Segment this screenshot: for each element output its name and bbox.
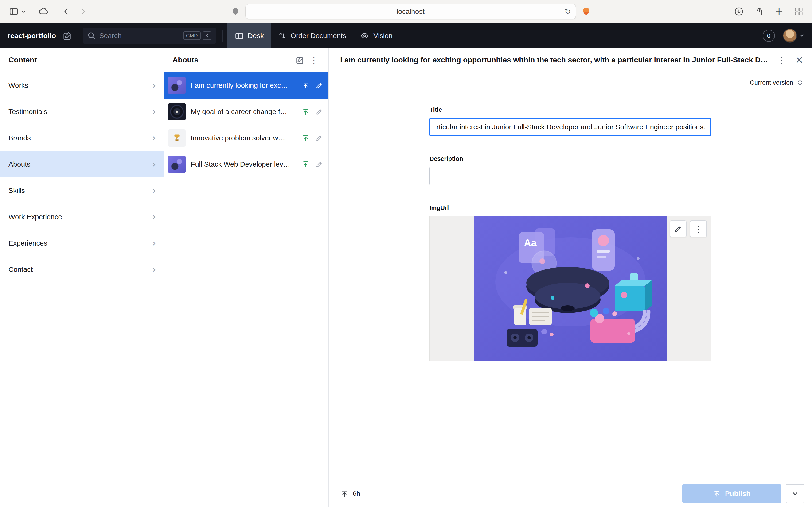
sidebar-item-works[interactable]: Works › bbox=[0, 72, 163, 99]
sort-arrows-icon bbox=[278, 32, 287, 40]
document-list-item[interactable]: My goal of a career change f… bbox=[164, 99, 328, 125]
document-list: I am currently looking for exc… My goal … bbox=[164, 72, 328, 177]
document-list-title: Abouts bbox=[172, 56, 198, 64]
new-document-button[interactable] bbox=[62, 31, 72, 40]
sidebar-menu-chevron-icon[interactable] bbox=[21, 9, 26, 14]
image-edit-button[interactable] bbox=[670, 220, 687, 237]
imgurl-image-text: Aa bbox=[524, 237, 537, 248]
document-thumbnail bbox=[168, 77, 186, 94]
field-title: Title bbox=[429, 106, 711, 136]
chevron-right-icon: › bbox=[152, 80, 156, 91]
editor-close-button[interactable]: × bbox=[791, 52, 807, 68]
publish-menu-button[interactable] bbox=[786, 484, 805, 503]
document-list-item[interactable]: Innovative problem solver w… bbox=[164, 125, 328, 151]
tab-order-documents-label: Order Documents bbox=[291, 32, 346, 40]
chevron-right-icon: › bbox=[152, 186, 156, 195]
search-shortcut: CMD K bbox=[183, 32, 212, 40]
sidebar-toggle-icon[interactable] bbox=[8, 6, 19, 17]
desk-icon bbox=[235, 31, 243, 40]
tab-desk[interactable]: Desk bbox=[227, 23, 271, 48]
chevron-right-icon: › bbox=[152, 265, 156, 274]
description-input[interactable] bbox=[429, 167, 711, 185]
editor-form: Title Description ImgUrl bbox=[329, 93, 812, 480]
chevron-right-icon: › bbox=[152, 238, 156, 248]
sidebar-item-experiences[interactable]: Experiences › bbox=[0, 230, 163, 256]
url-bar[interactable]: localhost ↻ bbox=[245, 4, 576, 19]
published-status-icon bbox=[302, 108, 310, 116]
search-input[interactable] bbox=[99, 32, 179, 40]
new-tab-icon[interactable]: + bbox=[775, 6, 783, 17]
content-sidebar: Content Works › Testimonials › Brands › … bbox=[0, 48, 164, 507]
version-selector[interactable]: Current version bbox=[329, 72, 812, 93]
field-imgurl: ImgUrl bbox=[429, 204, 711, 361]
chevron-down-icon bbox=[792, 490, 798, 497]
pencil-icon bbox=[674, 225, 682, 233]
document-list-item[interactable]: I am currently looking for exc… bbox=[164, 72, 328, 99]
tab-vision[interactable]: Vision bbox=[353, 23, 399, 48]
editor-menu-button[interactable]: ⋮ bbox=[773, 52, 790, 68]
refresh-icon[interactable]: ↻ bbox=[565, 8, 571, 15]
downloads-icon[interactable] bbox=[734, 6, 744, 17]
sidebar-item-contact[interactable]: Contact › bbox=[0, 256, 163, 283]
document-thumbnail bbox=[168, 129, 186, 147]
eye-icon bbox=[360, 31, 369, 40]
search-icon bbox=[87, 32, 95, 40]
published-status-icon bbox=[302, 134, 310, 142]
tab-desk-label: Desk bbox=[248, 32, 264, 40]
chevron-right-icon: › bbox=[152, 159, 156, 169]
field-description: Description bbox=[429, 155, 711, 185]
back-icon[interactable] bbox=[61, 7, 71, 16]
document-list-header: Abouts ⋮ bbox=[164, 48, 328, 72]
extension-shield-icon[interactable] bbox=[582, 7, 591, 16]
title-input[interactable] bbox=[429, 118, 711, 136]
tab-vision-label: Vision bbox=[373, 32, 392, 40]
publish-button[interactable]: Publish bbox=[682, 484, 781, 503]
editor-document-title: I am currently looking for exciting oppo… bbox=[340, 56, 772, 64]
document-thumbnail bbox=[168, 156, 186, 173]
cloud-icon[interactable] bbox=[38, 6, 49, 17]
publish-status: 6h bbox=[340, 490, 360, 498]
published-arrow-icon bbox=[340, 490, 349, 498]
document-list-menu-button[interactable]: ⋮ bbox=[307, 53, 321, 67]
image-menu-button[interactable]: ⋮ bbox=[690, 220, 707, 237]
keycap-k: K bbox=[203, 32, 212, 40]
sidebar-item-skills[interactable]: Skills › bbox=[0, 177, 163, 204]
studio-navbar: react-portfolio CMD K Desk Order Documen… bbox=[0, 23, 812, 48]
avatar-chevron-icon[interactable] bbox=[799, 33, 805, 38]
chevron-right-icon: › bbox=[152, 212, 156, 222]
imgurl-preview[interactable]: Aa bbox=[429, 216, 711, 361]
title-label: Title bbox=[429, 106, 711, 113]
avatar[interactable] bbox=[783, 29, 797, 42]
url-text: localhost bbox=[246, 7, 576, 15]
editor-header: I am currently looking for exciting oppo… bbox=[329, 48, 812, 72]
share-icon[interactable] bbox=[754, 7, 764, 16]
draft-status-icon bbox=[315, 134, 323, 142]
imgurl-label: ImgUrl bbox=[429, 204, 711, 212]
sidebar-item-abouts[interactable]: Abouts › bbox=[0, 151, 163, 177]
publish-arrow-icon bbox=[713, 490, 721, 498]
main-content: Content Works › Testimonials › Brands › … bbox=[0, 48, 812, 507]
description-label: Description bbox=[429, 155, 711, 162]
chevron-right-icon: › bbox=[152, 107, 156, 117]
published-status-icon bbox=[302, 160, 310, 168]
privacy-shield-icon[interactable] bbox=[231, 7, 240, 16]
draft-status-icon bbox=[315, 108, 323, 115]
tab-overview-icon[interactable] bbox=[794, 7, 804, 16]
document-thumbnail bbox=[168, 103, 186, 120]
published-status-icon bbox=[302, 81, 310, 90]
draft-status-icon bbox=[315, 82, 323, 89]
sidebar-nav-list: Works › Testimonials › Brands › Abouts ›… bbox=[0, 72, 163, 283]
browser-chrome: localhost ↻ + bbox=[0, 0, 812, 23]
sidebar-item-brands[interactable]: Brands › bbox=[0, 125, 163, 151]
forward-icon[interactable] bbox=[79, 7, 88, 16]
keycap-cmd: CMD bbox=[183, 32, 201, 40]
document-list-item[interactable]: Full Stack Web Developer lev… bbox=[164, 151, 328, 177]
sidebar-item-work-experience[interactable]: Work Experience › bbox=[0, 204, 163, 230]
search-bar[interactable]: CMD K bbox=[83, 28, 216, 44]
tab-order-documents[interactable]: Order Documents bbox=[271, 23, 353, 48]
draft-status-icon bbox=[315, 161, 323, 168]
sidebar-item-testimonials[interactable]: Testimonials › bbox=[0, 99, 163, 125]
editor-footer: 6h Publish bbox=[329, 480, 812, 507]
notifications-badge[interactable]: 0 bbox=[763, 30, 775, 42]
create-document-button[interactable] bbox=[293, 53, 307, 67]
